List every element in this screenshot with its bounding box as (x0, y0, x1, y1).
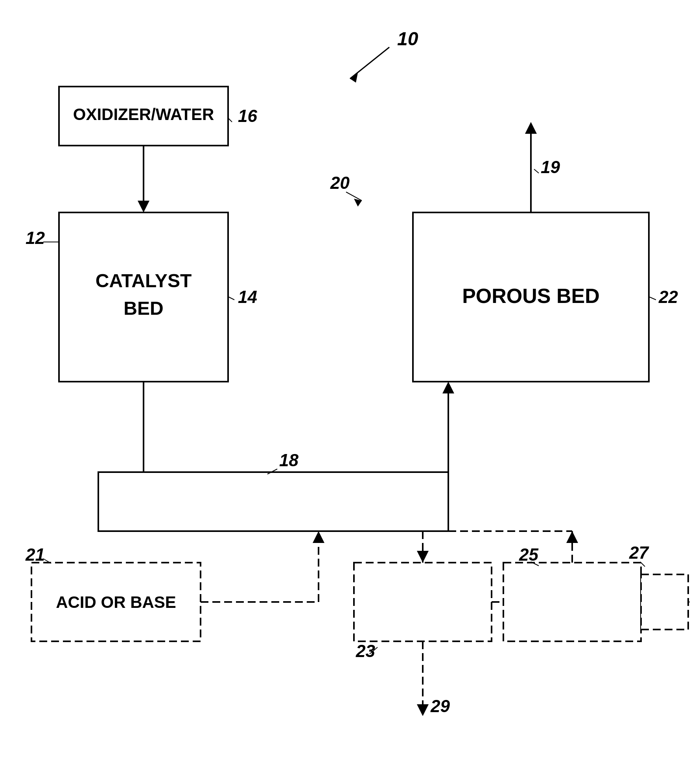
ref-22: 22 (658, 287, 678, 306)
ref-23: 23 (356, 641, 375, 661)
catalyst-bed-label-1: CATALYST (96, 270, 192, 291)
ref-18: 18 (279, 450, 298, 470)
diagram-container: 10 OXIDIZER/WATER 16 12 CATALYST BED 14 … (0, 0, 700, 768)
dashed-box-25 (503, 563, 641, 641)
ref-19: 19 (541, 157, 560, 177)
dashed-box-23 (354, 563, 492, 641)
ref-29: 29 (430, 696, 450, 716)
acid-base-label: ACID OR BASE (56, 593, 176, 611)
ref-14: 14 (238, 287, 257, 306)
oxidizer-water-label: OXIDIZER/WATER (73, 105, 214, 124)
ref-10: 10 (397, 28, 418, 49)
porous-bed-label: POROUS BED (462, 284, 600, 307)
ref-20: 20 (330, 173, 350, 192)
catalyst-bed-box (59, 212, 228, 382)
connector-box (98, 472, 448, 531)
catalyst-bed-label-2: BED (123, 298, 163, 319)
ref-12: 12 (26, 228, 45, 247)
ref-21: 21 (25, 545, 45, 564)
ref-27: 27 (629, 543, 649, 562)
ref-25: 25 (519, 545, 538, 564)
dashed-right-ext (641, 574, 688, 630)
ref-16: 16 (238, 106, 257, 126)
